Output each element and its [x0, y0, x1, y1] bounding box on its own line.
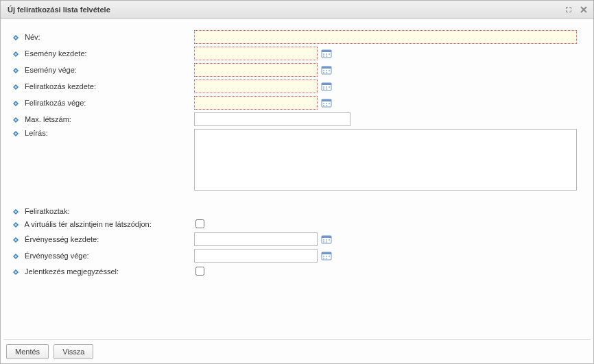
name-input[interactable]	[194, 30, 577, 44]
bullet-icon	[12, 267, 20, 276]
bullet-icon	[12, 99, 20, 107]
svg-rect-19	[323, 88, 324, 90]
svg-rect-11	[329, 70, 330, 71]
dialog-window: Új feliratkozási lista felvétele Név:	[0, 0, 594, 364]
svg-rect-4	[329, 53, 330, 55]
svg-rect-9	[323, 70, 324, 71]
svg-rect-22	[322, 99, 331, 101]
svg-rect-17	[326, 86, 327, 88]
validity-start-input[interactable]	[194, 232, 318, 246]
bullet-icon	[12, 115, 20, 123]
svg-rect-16	[323, 86, 324, 88]
calendar-icon[interactable]	[320, 233, 333, 245]
bullet-icon	[12, 207, 20, 215]
subscribe-start-input[interactable]	[194, 80, 318, 93]
bullet-icon	[12, 82, 20, 90]
label-event-start: Esemény kezdete:	[25, 49, 87, 58]
bullet-icon	[12, 33, 20, 41]
svg-rect-36	[322, 252, 331, 254]
bullet-icon	[12, 129, 20, 137]
svg-rect-37	[323, 256, 324, 257]
svg-rect-38	[326, 256, 327, 257]
apply-with-comment-checkbox[interactable]	[195, 267, 204, 276]
svg-rect-33	[323, 241, 324, 243]
svg-rect-18	[329, 86, 330, 88]
svg-rect-29	[322, 236, 331, 238]
svg-rect-41	[326, 258, 327, 259]
svg-rect-40	[323, 258, 324, 259]
svg-rect-23	[323, 103, 324, 104]
svg-rect-1	[322, 50, 331, 52]
svg-rect-32	[329, 239, 330, 241]
svg-rect-6	[326, 56, 327, 57]
bullet-icon	[12, 252, 20, 260]
label-description: Leírás:	[25, 129, 48, 137]
description-textarea[interactable]	[194, 129, 577, 191]
dialog-title: Új feliratkozási lista felvétele	[8, 5, 110, 14]
svg-rect-10	[326, 70, 327, 71]
calendar-icon[interactable]	[320, 250, 333, 262]
button-bar: Mentés Vissza	[3, 339, 591, 363]
max-count-input[interactable]	[194, 112, 351, 126]
svg-rect-31	[326, 239, 327, 241]
event-start-input[interactable]	[194, 47, 318, 60]
svg-rect-30	[323, 239, 324, 241]
svg-rect-26	[323, 105, 324, 106]
svg-rect-15	[322, 83, 331, 85]
close-icon[interactable]	[578, 4, 589, 15]
label-hide-sublevels: A virtuális tér alszintjein ne látszódjo…	[24, 220, 151, 228]
svg-rect-27	[326, 105, 327, 106]
calendar-icon[interactable]	[320, 64, 333, 76]
label-validity-start: Érvényesség kezdete:	[25, 235, 99, 243]
form-content: Név: Esemény kezdete: E	[1, 19, 593, 339]
title-bar: Új feliratkozási lista felvétele	[1, 1, 593, 19]
label-apply-with-comment: Jelentkezés megjegyzéssel:	[25, 267, 119, 276]
svg-rect-8	[322, 66, 331, 69]
svg-rect-13	[326, 72, 327, 73]
save-button[interactable]: Mentés	[6, 344, 49, 359]
hide-sublevels-checkbox[interactable]	[195, 219, 204, 228]
svg-rect-24	[326, 103, 327, 104]
svg-rect-39	[329, 256, 330, 257]
bullet-icon	[12, 220, 20, 228]
form-table: Név: Esemény kezdete: E	[10, 29, 584, 278]
label-subscribed: Feliratkoztak:	[25, 207, 69, 215]
svg-rect-34	[326, 241, 327, 243]
label-name: Név:	[25, 33, 40, 41]
maximize-icon[interactable]	[563, 4, 574, 15]
title-bar-controls	[563, 4, 589, 15]
bullet-icon	[12, 66, 20, 74]
label-subscribe-start: Feliratkozás kezdete:	[25, 82, 96, 90]
svg-rect-5	[323, 56, 324, 57]
label-max-count: Max. létszám:	[25, 115, 71, 123]
back-button[interactable]: Vissza	[54, 344, 93, 359]
event-end-input[interactable]	[194, 63, 318, 77]
label-event-end: Esemény vége:	[25, 66, 77, 74]
svg-rect-25	[329, 103, 330, 104]
calendar-icon[interactable]	[320, 80, 333, 93]
subscribe-end-input[interactable]	[194, 96, 318, 110]
label-subscribe-end: Feliratkozás vége:	[25, 99, 86, 107]
bullet-icon	[12, 49, 20, 58]
bullet-icon	[12, 235, 20, 243]
svg-rect-2	[323, 53, 324, 55]
svg-rect-3	[326, 53, 327, 55]
calendar-icon[interactable]	[320, 97, 333, 109]
svg-rect-20	[326, 88, 327, 90]
validity-end-input[interactable]	[194, 249, 318, 263]
svg-rect-12	[323, 72, 324, 73]
label-validity-end: Érvényesség vége:	[25, 252, 89, 260]
calendar-icon[interactable]	[320, 47, 333, 60]
